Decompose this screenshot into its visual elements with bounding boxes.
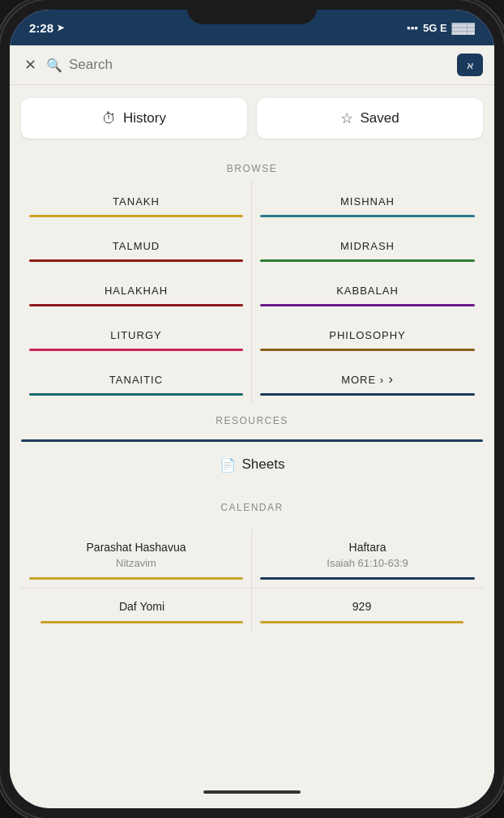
browse-item-midrash[interactable]: MIDRASH — [252, 225, 483, 270]
search-icon: 🔍 — [46, 58, 62, 73]
browse-grid: TANAKH MISHNAH TALMUD MIDRASH HALAKHAH K… — [10, 181, 494, 404]
battery-icon: ▓▓▓ — [452, 22, 475, 34]
philosophy-label: PHILOSOPHY — [329, 329, 406, 341]
browse-item-kabbalah[interactable]: KABBALAH — [252, 270, 483, 315]
history-label: History — [123, 110, 166, 126]
resources-divider-line — [21, 439, 483, 442]
parashat-subtitle: Nitzavim — [29, 557, 243, 569]
browse-item-mishnah[interactable]: MISHNAH — [252, 181, 483, 225]
haftara-title: Haftara — [260, 541, 475, 554]
browse-item-halakhah[interactable]: HALAKHAH — [21, 270, 252, 315]
location-arrow-icon: ➤ — [57, 23, 64, 33]
midrash-label: MIDRASH — [340, 240, 395, 252]
calendar-item-parashat[interactable]: Parashat Hashavua Nitzavim — [21, 529, 252, 588]
browse-section-header: BROWSE — [10, 152, 494, 181]
clock-time: 2:28 — [29, 21, 53, 35]
browse-item-tanakh[interactable]: TANAKH — [21, 181, 252, 225]
calendar-section: Parashat Hashavua Nitzavim Haftara Isaia… — [10, 520, 494, 632]
tanaitic-label: TANAITIC — [109, 374, 163, 386]
browse-item-talmud[interactable]: TALMUD — [21, 225, 252, 270]
talmud-label: TALMUD — [113, 240, 160, 252]
daf-yomi-row: Daf Yomi 929 — [21, 588, 483, 632]
saved-label: Saved — [360, 110, 399, 126]
calendar-section-header: CALENDAR — [10, 490, 494, 520]
history-icon: ⏱ — [102, 110, 117, 127]
resources-section: 📄 Sheets — [10, 433, 494, 490]
daf-yomi-value-item[interactable]: 929 — [252, 589, 472, 632]
daf-yomi-item[interactable]: Daf Yomi — [32, 589, 252, 632]
tanakh-label: TANAKH — [113, 195, 160, 208]
parashat-title: Parashat Hashavua — [29, 541, 243, 554]
search-input[interactable] — [69, 57, 451, 73]
phone-frame: 2:28 ➤ ▪▪▪ 5G E ▓▓▓ ✕ 🔍 א ⏱ History — [0, 0, 504, 818]
search-bar: ✕ 🔍 א — [10, 45, 494, 85]
haftara-subtitle: Isaiah 61:10-63:9 — [260, 557, 475, 569]
main-content: ⏱ History ☆ Saved BROWSE TANAKH MISHNAH — [10, 85, 494, 806]
star-icon: ☆ — [340, 109, 353, 127]
home-indicator — [203, 790, 301, 794]
calendar-grid: Parashat Hashavua Nitzavim Haftara Isaia… — [21, 526, 483, 588]
resources-section-header: RESOURCES — [10, 404, 494, 433]
mishnah-label: MISHNAH — [340, 195, 395, 208]
liturgy-label: LITURGY — [110, 329, 161, 341]
close-icon[interactable]: ✕ — [21, 54, 40, 75]
saved-button[interactable]: ☆ Saved — [257, 98, 483, 139]
hebrew-toggle-button[interactable]: א — [457, 54, 483, 76]
browse-item-more[interactable]: MORE › — [252, 359, 483, 404]
browse-item-liturgy[interactable]: LITURGY — [21, 315, 252, 359]
signal-icon: ▪▪▪ — [407, 22, 418, 34]
sheets-icon: 📄 — [220, 457, 236, 473]
sheets-label: Sheets — [242, 456, 285, 473]
browse-item-tanaitic[interactable]: TANAITIC — [21, 359, 252, 404]
more-label: MORE › — [341, 374, 394, 386]
halakhah-label: HALAKHAH — [105, 285, 168, 297]
calendar-item-haftara[interactable]: Haftara Isaiah 61:10-63:9 — [252, 529, 483, 588]
kabbalah-label: KABBALAH — [336, 285, 399, 297]
daf-yomi-title: Daf Yomi — [41, 600, 243, 613]
phone-notch — [187, 0, 317, 24]
daf-yomi-value: 929 — [260, 600, 463, 613]
status-time: 2:28 ➤ — [29, 21, 64, 35]
quick-buttons-row: ⏱ History ☆ Saved — [10, 85, 494, 152]
network-type: 5G E — [423, 22, 447, 34]
sheets-row[interactable]: 📄 Sheets — [21, 445, 483, 484]
browse-item-philosophy[interactable]: PHILOSOPHY — [252, 315, 483, 359]
status-right-icons: ▪▪▪ 5G E ▓▓▓ — [407, 22, 475, 34]
history-button[interactable]: ⏱ History — [21, 98, 247, 139]
phone-screen: 2:28 ➤ ▪▪▪ 5G E ▓▓▓ ✕ 🔍 א ⏱ History — [10, 10, 494, 808]
